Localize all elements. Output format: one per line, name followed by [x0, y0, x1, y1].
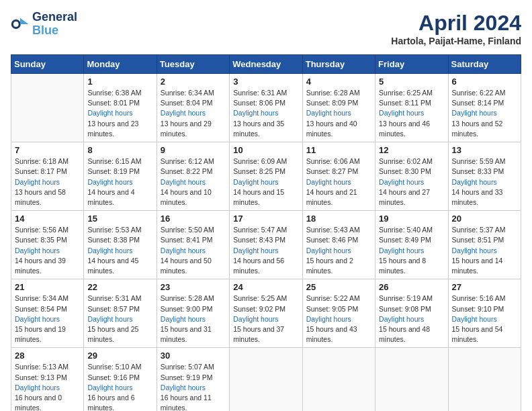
daylight-hours-link[interactable]: Daylight hours [161, 315, 206, 323]
day-info: Sunrise: 6:31 AMSunset: 8:06 PMDaylight … [233, 88, 298, 139]
daylight-hours-link[interactable]: Daylight hours [306, 246, 351, 255]
calendar-cell: 11Sunrise: 6:06 AMSunset: 8:27 PMDayligh… [302, 142, 375, 211]
calendar-cell [302, 348, 375, 411]
day-info: Sunrise: 6:15 AMSunset: 8:19 PMDaylight … [87, 156, 152, 208]
day-info: Sunrise: 5:19 AMSunset: 9:08 PMDaylight … [379, 293, 444, 345]
day-info: Sunrise: 6:25 AMSunset: 8:11 PMDaylight … [379, 88, 444, 139]
weekday-header: Sunday [11, 55, 84, 74]
day-info: Sunrise: 6:06 AMSunset: 8:27 PMDaylight … [306, 156, 371, 208]
weekday-header: Thursday [302, 55, 375, 74]
day-number: 17 [233, 214, 298, 224]
calendar-cell: 10Sunrise: 6:09 AMSunset: 8:25 PMDayligh… [230, 142, 302, 211]
daylight-hours-link[interactable]: Daylight hours [233, 246, 278, 255]
weekday-header: Monday [84, 55, 157, 74]
daylight-hours-link[interactable]: Daylight hours [161, 109, 206, 117]
calendar-cell [375, 348, 448, 411]
daylight-hours-link[interactable]: Daylight hours [452, 315, 497, 323]
day-number: 21 [15, 282, 80, 292]
daylight-hours-link[interactable]: Daylight hours [379, 246, 424, 255]
daylight-hours-link[interactable]: Daylight hours [452, 178, 497, 186]
logo-line2: Blue [32, 24, 58, 37]
daylight-hours-link[interactable]: Daylight hours [87, 109, 132, 117]
day-info: Sunrise: 5:13 AMSunset: 9:13 PMDaylight … [15, 362, 80, 411]
day-info: Sunrise: 5:47 AMSunset: 8:43 PMDaylight … [233, 225, 298, 276]
calendar-cell: 27Sunrise: 5:16 AMSunset: 9:10 PMDayligh… [448, 279, 521, 348]
calendar-cell: 16Sunrise: 5:50 AMSunset: 8:41 PMDayligh… [157, 211, 229, 279]
daylight-hours-link[interactable]: Daylight hours [87, 178, 132, 186]
calendar-cell: 25Sunrise: 5:22 AMSunset: 9:05 PMDayligh… [302, 279, 375, 348]
daylight-hours-link[interactable]: Daylight hours [379, 178, 424, 186]
day-number: 15 [87, 214, 152, 224]
daylight-hours-link[interactable]: Daylight hours [15, 383, 60, 392]
calendar-cell: 4Sunrise: 6:28 AMSunset: 8:09 PMDaylight… [302, 74, 375, 142]
daylight-hours-link[interactable]: Daylight hours [452, 109, 497, 117]
daylight-hours-link[interactable]: Daylight hours [87, 315, 132, 323]
calendar-cell: 15Sunrise: 5:53 AMSunset: 8:38 PMDayligh… [84, 211, 157, 279]
daylight-hours-link[interactable]: Daylight hours [161, 246, 206, 255]
daylight-hours-link[interactable]: Daylight hours [161, 383, 206, 392]
svg-marker-2 [20, 17, 28, 24]
calendar-cell: 22Sunrise: 5:31 AMSunset: 8:57 PMDayligh… [84, 279, 157, 348]
daylight-hours-link[interactable]: Daylight hours [233, 315, 278, 323]
day-number: 9 [161, 145, 226, 155]
day-info: Sunrise: 5:22 AMSunset: 9:05 PMDaylight … [306, 293, 371, 345]
daylight-hours-link[interactable]: Daylight hours [87, 383, 132, 392]
day-info: Sunrise: 5:25 AMSunset: 9:02 PMDaylight … [233, 293, 298, 345]
calendar-cell: 28Sunrise: 5:13 AMSunset: 9:13 PMDayligh… [11, 348, 84, 411]
daylight-hours-link[interactable]: Daylight hours [87, 246, 132, 255]
daylight-hours-link[interactable]: Daylight hours [15, 315, 60, 323]
day-number: 25 [306, 282, 371, 292]
day-info: Sunrise: 5:56 AMSunset: 8:35 PMDaylight … [15, 225, 80, 276]
day-info: Sunrise: 5:28 AMSunset: 9:00 PMDaylight … [161, 293, 226, 345]
day-number: 16 [161, 214, 226, 224]
calendar-cell: 12Sunrise: 6:02 AMSunset: 8:30 PMDayligh… [375, 142, 448, 211]
calendar-cell [448, 348, 521, 411]
day-number: 1 [87, 77, 152, 87]
day-info: Sunrise: 6:18 AMSunset: 8:17 PMDaylight … [15, 156, 80, 208]
weekday-header: Tuesday [157, 55, 229, 74]
daylight-hours-link[interactable]: Daylight hours [15, 178, 60, 186]
day-info: Sunrise: 5:07 AMSunset: 9:19 PMDaylight … [161, 362, 226, 411]
day-number: 12 [379, 145, 444, 155]
daylight-hours-link[interactable]: Daylight hours [161, 178, 206, 186]
daylight-hours-link[interactable]: Daylight hours [233, 109, 278, 117]
day-info: Sunrise: 6:34 AMSunset: 8:04 PMDaylight … [161, 88, 226, 139]
day-info: Sunrise: 5:16 AMSunset: 9:10 PMDaylight … [452, 293, 517, 345]
location-subtitle: Hartola, Paijat-Hame, Finland [391, 36, 521, 46]
daylight-hours-link[interactable]: Daylight hours [306, 178, 351, 186]
day-info: Sunrise: 5:31 AMSunset: 8:57 PMDaylight … [87, 293, 152, 345]
daylight-hours-link[interactable]: Daylight hours [15, 246, 60, 255]
daylight-hours-link[interactable]: Daylight hours [452, 246, 497, 255]
day-number: 24 [233, 282, 298, 292]
day-info: Sunrise: 6:02 AMSunset: 8:30 PMDaylight … [379, 156, 444, 208]
calendar-cell: 18Sunrise: 5:43 AMSunset: 8:46 PMDayligh… [302, 211, 375, 279]
daylight-hours-link[interactable]: Daylight hours [379, 109, 424, 117]
daylight-hours-link[interactable]: Daylight hours [379, 315, 424, 323]
calendar-week-row: 28Sunrise: 5:13 AMSunset: 9:13 PMDayligh… [11, 348, 521, 411]
day-number: 20 [452, 214, 517, 224]
day-number: 3 [233, 77, 298, 87]
day-number: 13 [452, 145, 517, 155]
calendar-cell: 9Sunrise: 6:12 AMSunset: 8:22 PMDaylight… [157, 142, 229, 211]
daylight-hours-link[interactable]: Daylight hours [306, 109, 351, 117]
calendar-week-row: 14Sunrise: 5:56 AMSunset: 8:35 PMDayligh… [11, 211, 521, 279]
calendar-cell: 26Sunrise: 5:19 AMSunset: 9:08 PMDayligh… [375, 279, 448, 348]
day-number: 26 [379, 282, 444, 292]
calendar-cell: 21Sunrise: 5:34 AMSunset: 8:54 PMDayligh… [11, 279, 84, 348]
calendar-cell: 7Sunrise: 6:18 AMSunset: 8:17 PMDaylight… [11, 142, 84, 211]
calendar-week-row: 7Sunrise: 6:18 AMSunset: 8:17 PMDaylight… [11, 142, 521, 211]
calendar-cell: 5Sunrise: 6:25 AMSunset: 8:11 PMDaylight… [375, 74, 448, 142]
calendar-cell [230, 348, 302, 411]
day-number: 5 [379, 77, 444, 87]
title-block: April 2024 Hartola, Paijat-Hame, Finland [391, 11, 521, 46]
calendar-cell: 14Sunrise: 5:56 AMSunset: 8:35 PMDayligh… [11, 211, 84, 279]
day-number: 19 [379, 214, 444, 224]
calendar-cell: 20Sunrise: 5:37 AMSunset: 8:51 PMDayligh… [448, 211, 521, 279]
day-info: Sunrise: 6:22 AMSunset: 8:14 PMDaylight … [452, 88, 517, 139]
day-info: Sunrise: 5:34 AMSunset: 8:54 PMDaylight … [15, 293, 80, 345]
calendar-cell: 6Sunrise: 6:22 AMSunset: 8:14 PMDaylight… [448, 74, 521, 142]
day-number: 14 [15, 214, 80, 224]
daylight-hours-link[interactable]: Daylight hours [233, 178, 278, 186]
day-info: Sunrise: 6:28 AMSunset: 8:09 PMDaylight … [306, 88, 371, 139]
daylight-hours-link[interactable]: Daylight hours [306, 315, 351, 323]
